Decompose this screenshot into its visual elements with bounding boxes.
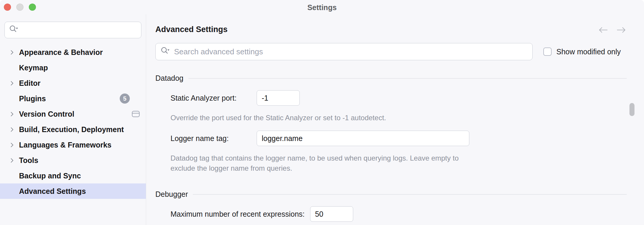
sidebar-item-advanced-settings[interactable]: Advanced Settings	[0, 183, 146, 199]
advanced-search-input[interactable]	[173, 47, 528, 57]
minimize-window-button[interactable]	[16, 4, 23, 11]
chevron-right-icon[interactable]	[9, 142, 15, 148]
zoom-window-button[interactable]	[29, 4, 36, 11]
maximum-number-of-recent-expressions-input[interactable]	[310, 206, 353, 222]
forward-button[interactable]	[616, 26, 627, 34]
window-controls	[4, 4, 36, 11]
sidebar-item-build-execution-deployment[interactable]: Build, Execution, Deployment	[0, 122, 146, 137]
logger-name-tag-input[interactable]	[257, 131, 469, 146]
field-help-text: Datadog tag that contains the logger nam…	[171, 153, 481, 173]
window-title: Settings	[0, 0, 644, 15]
chevron-right-icon[interactable]	[9, 112, 15, 117]
sidebar-item-label: Editor	[19, 79, 40, 88]
main-panel: Advanced Settings	[146, 14, 644, 225]
sidebar-search-input[interactable]	[21, 26, 137, 35]
sidebar-item-appearance-behavior[interactable]: Appearance & Behavior	[0, 45, 146, 60]
search-with-history-icon	[9, 25, 18, 35]
section-header: Debugger	[155, 190, 627, 199]
field-label: Static Analyzer port:	[171, 94, 251, 102]
section-title: Debugger	[155, 190, 188, 199]
section-divider	[193, 194, 627, 195]
section-debugger: DebuggerMaximum number of recent express…	[155, 190, 627, 222]
section-title: Datadog	[155, 74, 184, 83]
sidebar-item-label: Appearance & Behavior	[19, 48, 103, 57]
sidebar-item-backup-and-sync[interactable]: Backup and Sync	[0, 168, 146, 183]
field-label: Maximum number of recent expressions:	[171, 210, 305, 218]
show-modified-checkbox[interactable]	[543, 47, 552, 56]
history-navigation	[598, 26, 627, 34]
sidebar-item-keymap[interactable]: Keymap	[0, 60, 146, 75]
form-row-maximum-number-of-recent-expressions: Maximum number of recent expressions:	[171, 206, 627, 222]
settings-tree: Appearance & BehaviorKeymapEditorPlugins…	[0, 45, 146, 199]
form-row-static-analyzer-port: Static Analyzer port:	[171, 90, 627, 106]
section-header: Datadog	[155, 74, 627, 83]
field-help-text: Override the port used for the Static An…	[171, 113, 481, 123]
sidebar-item-label: Advanced Settings	[19, 187, 86, 196]
chevron-right-icon[interactable]	[9, 127, 15, 132]
sidebar-item-label: Backup and Sync	[19, 172, 81, 180]
sidebar-item-label: Build, Execution, Deployment	[19, 125, 124, 134]
sidebar-item-plugins[interactable]: Plugins5	[0, 91, 146, 106]
sidebar-item-tools[interactable]: Tools	[0, 153, 146, 168]
chevron-right-icon[interactable]	[9, 81, 15, 86]
sidebar-item-version-control[interactable]: Version Control	[0, 106, 146, 122]
advanced-search-row: Show modified only	[155, 43, 627, 60]
main-header: Advanced Settings	[155, 25, 627, 34]
sidebar-item-label: Languages & Frameworks	[19, 141, 111, 149]
sidebar-search-field[interactable]	[4, 22, 141, 38]
static-analyzer-port-input[interactable]	[257, 90, 300, 106]
scrollbar-thumb[interactable]	[629, 103, 634, 116]
sidebar-item-languages-frameworks[interactable]: Languages & Frameworks	[0, 137, 146, 153]
titlebar: Settings	[0, 0, 644, 14]
settings-window: Settings Appearance & BehaviorKeymapEdit…	[0, 0, 644, 225]
close-window-button[interactable]	[4, 4, 11, 11]
sidebar-item-editor[interactable]: Editor	[0, 75, 146, 91]
settings-sections: DatadogStatic Analyzer port:Override the…	[155, 74, 627, 222]
window-icon	[132, 110, 140, 118]
sidebar-item-label: Plugins	[19, 94, 46, 103]
page-title: Advanced Settings	[155, 25, 598, 34]
sidebar: Appearance & BehaviorKeymapEditorPlugins…	[0, 14, 146, 225]
sidebar-item-label: Tools	[19, 156, 38, 165]
show-modified-only-option[interactable]: Show modified only	[543, 47, 621, 56]
back-button[interactable]	[598, 26, 608, 34]
section-divider	[188, 78, 627, 79]
form-row-logger-name-tag: Logger name tag:	[171, 131, 627, 146]
chevron-right-icon[interactable]	[9, 158, 15, 163]
advanced-search-field[interactable]	[155, 43, 533, 60]
show-modified-label: Show modified only	[556, 47, 621, 56]
sidebar-item-label: Keymap	[19, 64, 48, 72]
sidebar-item-label: Version Control	[19, 110, 74, 118]
plugins-count-badge: 5	[120, 94, 130, 104]
search-with-history-icon	[160, 46, 170, 57]
section-datadog: DatadogStatic Analyzer port:Override the…	[155, 74, 627, 173]
field-label: Logger name tag:	[171, 134, 251, 143]
chevron-right-icon[interactable]	[9, 50, 15, 55]
window-body: Appearance & BehaviorKeymapEditorPlugins…	[0, 14, 644, 225]
